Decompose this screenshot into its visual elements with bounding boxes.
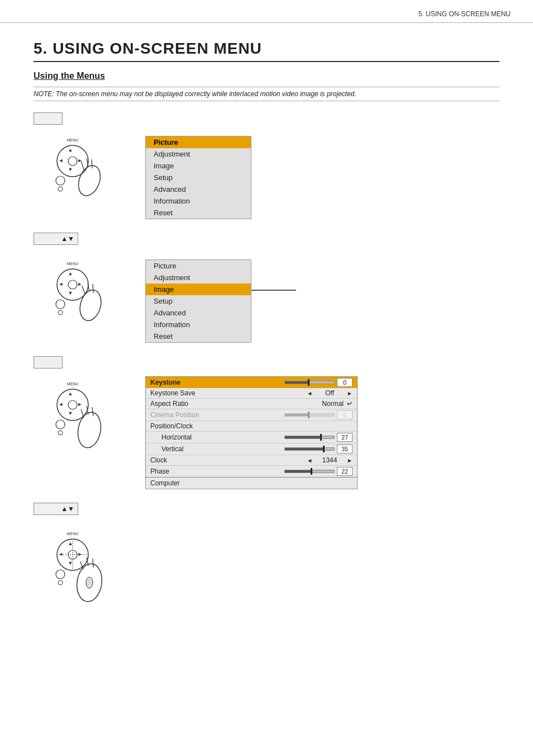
aspectratio-label: Aspect Ratio [150, 400, 296, 408]
keystone-slider[interactable] [284, 381, 335, 384]
svg-line-53 [93, 559, 93, 568]
section-title: Using the Menus [34, 71, 499, 81]
left-arrow-keystonesave[interactable]: ◄ [307, 390, 312, 396]
page-content: 5. USING ON-SCREEN MENU Using the Menus … [0, 23, 533, 644]
menu-button-indicator-2 [34, 356, 63, 368]
return-arrow-aspectratio: ↵ [347, 400, 353, 408]
menu-item-reset-1[interactable]: Reset [146, 207, 251, 219]
vertical-label: Vertical [161, 445, 281, 453]
image-submenu-panel: Keystone 0 Keystone Save ◄ Off ► [145, 374, 358, 489]
right-arrow-clock[interactable]: ► [347, 457, 353, 464]
menu-item-picture-1[interactable]: Picture [146, 136, 251, 148]
note-line: NOTE: The on-screen menu may not be disp… [34, 87, 499, 101]
menu-item-setup-1[interactable]: Setup [146, 172, 251, 183]
svg-point-2 [56, 176, 65, 185]
left-arrow-clock[interactable]: ◄ [307, 457, 312, 464]
menu-item-information-1[interactable]: Information [146, 195, 251, 207]
menu-item-reset-2[interactable]: Reset [146, 330, 251, 342]
submenu-row-phase[interactable]: Phase 22 [146, 466, 357, 477]
svg-point-54 [86, 577, 93, 588]
menu-item-advanced-1[interactable]: Advanced [146, 183, 251, 195]
cinemaposition-slider [284, 413, 335, 417]
nav-indicator-1: ▲▼ [34, 233, 78, 245]
remote-illustration-2: ▲ ▼ ◄ ► MENU [34, 254, 134, 327]
demo-block-3: ▲ ▼ ◄ ► MENU Keystone [34, 374, 499, 489]
nav-symbol-2: ▲▼ [61, 505, 74, 513]
svg-point-29 [58, 431, 63, 435]
menu-item-picture-2[interactable]: Picture [146, 260, 251, 272]
aspectratio-value: Normal [299, 400, 344, 408]
svg-text:▼: ▼ [68, 560, 73, 566]
positionclock-label: Position/Clock [150, 422, 193, 430]
svg-text:▲: ▲ [68, 541, 73, 546]
svg-line-11 [81, 161, 84, 169]
svg-text:►: ► [78, 281, 83, 287]
cinemaposition-value: 0 [337, 410, 353, 419]
submenu-row-horizontal[interactable]: Horizontal 27 [146, 432, 357, 443]
clock-value: 1344 [316, 456, 344, 464]
submenu-positionclock-header: Position/Clock [146, 421, 357, 432]
keystonesave-label: Keystone Save [150, 389, 303, 397]
svg-text:▲: ▲ [68, 147, 73, 153]
svg-text:▼: ▼ [68, 410, 73, 416]
svg-text:◄: ◄ [59, 158, 64, 163]
remote-illustration-1: ▲ ▼ ◄ ► MENU [34, 130, 134, 203]
nav-symbol-1: ▲▼ [61, 235, 74, 243]
phase-value: 22 [337, 467, 353, 476]
cinemaposition-label: Cinema Position [150, 411, 281, 419]
page-header: 5. USING ON-SCREEN MENU [0, 0, 533, 23]
menu-item-advanced-2[interactable]: Advanced [146, 307, 251, 319]
right-arrow-keystonesave[interactable]: ► [347, 390, 353, 396]
svg-point-35 [75, 410, 104, 450]
main-title: 5. USING ON-SCREEN MENU [34, 40, 499, 62]
vertical-slider[interactable] [284, 447, 335, 451]
svg-point-27 [68, 400, 77, 409]
svg-line-12 [92, 159, 92, 168]
submenu-row-clock[interactable]: Clock ◄ 1344 ► [146, 455, 357, 466]
svg-point-42 [58, 580, 63, 585]
svg-line-24 [82, 286, 85, 294]
submenu-row-vertical[interactable]: Vertical 35 [146, 443, 357, 455]
computer-label: Computer [150, 479, 180, 487]
menu-panel-2: Picture Adjustment Image Setup Advanced … [145, 259, 251, 343]
remote-illustration-3: ▲ ▼ ◄ ► MENU [34, 374, 134, 458]
svg-text:◄: ◄ [59, 401, 64, 407]
menu-panel-1: Picture Adjustment Image Setup Advanced … [145, 136, 251, 219]
svg-text:►: ► [78, 551, 83, 557]
submenu-row-keystone[interactable]: Keystone 0 [146, 377, 357, 388]
svg-point-28 [56, 420, 65, 429]
svg-text:▼: ▼ [68, 290, 73, 296]
svg-text:MENU: MENU [67, 138, 79, 142]
svg-line-37 [81, 409, 84, 418]
phase-slider[interactable] [284, 470, 335, 473]
horizontal-slider[interactable] [284, 436, 335, 439]
svg-text:►: ► [78, 401, 83, 407]
svg-text:▲: ▲ [68, 271, 73, 276]
header-title: 5. USING ON-SCREEN MENU [418, 10, 511, 18]
svg-text:MENU: MENU [67, 382, 79, 386]
submenu-connector-line [251, 290, 296, 291]
submenu-row-keystonesave[interactable]: Keystone Save ◄ Off ► [146, 388, 357, 399]
menu-item-image-1[interactable]: Image [146, 160, 251, 172]
phase-label: Phase [150, 467, 281, 475]
menu-item-setup-2[interactable]: Setup [146, 295, 251, 307]
horizontal-label: Horizontal [161, 433, 281, 441]
keystonesave-value: Off [316, 389, 344, 397]
demo-block-1: ▲ ▼ ◄ ► MENU Picture Adjustment Image Se… [34, 130, 499, 219]
menu-item-information-2[interactable]: Information [146, 319, 251, 330]
clock-label: Clock [150, 456, 303, 464]
svg-text:▼: ▼ [68, 167, 73, 172]
menu-item-adjustment-2[interactable]: Adjustment [146, 272, 251, 284]
svg-text:◄: ◄ [59, 551, 64, 557]
svg-point-9 [75, 163, 104, 199]
svg-line-38 [92, 407, 93, 416]
vertical-value: 35 [337, 445, 353, 453]
svg-point-16 [58, 310, 63, 315]
demo-block-2: ▲ ▼ ◄ ► MENU Picture Adjustment Image Se… [34, 254, 499, 343]
submenu-row-aspectratio[interactable]: Aspect Ratio Normal ↵ [146, 399, 357, 409]
menu-item-image-2[interactable]: Image [146, 284, 251, 295]
menu-item-adjustment-1[interactable]: Adjustment [146, 148, 251, 160]
menu-button-indicator-1 [34, 112, 63, 125]
svg-point-22 [77, 287, 104, 323]
nav-indicator-2: ▲▼ [34, 503, 78, 515]
